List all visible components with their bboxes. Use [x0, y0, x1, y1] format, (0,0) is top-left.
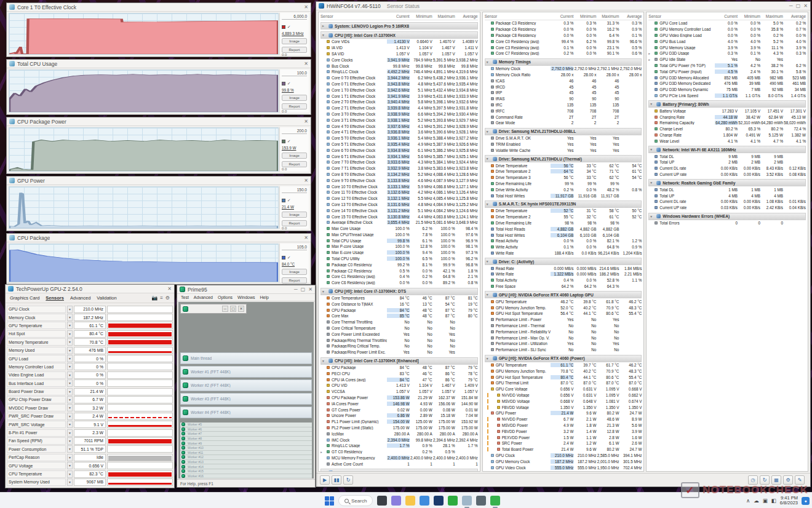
- sensor-row[interactable]: Core 2 T0 Effective Clock3,940.4 MHz5.8 …: [320, 99, 478, 105]
- sensor-row[interactable]: Core Critical TemperatureNoNoNo: [320, 325, 478, 331]
- sensor-row[interactable]: VCCSA1.057 V1.057 V1.057 V1.057 V: [320, 389, 478, 395]
- sensor-section-header[interactable]: ▾Windows Hardware Errors (WHEA): [648, 213, 806, 220]
- prime95-worker-window[interactable]: Worker #2 (FFT 448K): [180, 379, 312, 391]
- tray-icon[interactable]: ∧: [746, 498, 750, 504]
- gpuz-dropdown-icon[interactable]: ▼: [67, 413, 73, 420]
- gpuz-close-icon[interactable]: ✕: [167, 287, 172, 292]
- sensor-row[interactable]: tCAS464646: [485, 77, 642, 84]
- sensor-section-header[interactable]: ▸GPU [#1]: Intel(R) UHD Graphics: [320, 469, 478, 472]
- graph-report-button[interactable]: Report: [282, 220, 307, 226]
- sensor-row[interactable]: Core 7 T0 Effective Clock3,933.6 MHz4.3 …: [320, 159, 478, 165]
- sensor-row[interactable]: Drive Write Activity0.2 %0.0 %48.2 %0.8 …: [485, 186, 642, 192]
- sensor-row[interactable]: Core Max85 °C48 °C87 °C80 °C: [320, 313, 478, 319]
- sensor-row[interactable]: Core C1 Residency (avg)0.4 %0.2 %64.8 %2…: [320, 274, 478, 280]
- gpuz-tab-sensors[interactable]: Sensors: [46, 295, 64, 301]
- sensor-row[interactable]: Total UP2 MB2 MB2 MB: [648, 159, 806, 165]
- graph-report-button[interactable]: Report: [282, 277, 307, 284]
- legend-check-icon[interactable]: ✓: [287, 139, 290, 144]
- sensor-section-header[interactable]: ▾GPU [#0]: NVIDIA GeForce RTX 4060 Lapto…: [485, 291, 642, 298]
- sensor-row[interactable]: Total Board Power21.4 W9.6 W80.2 W24.7 W: [485, 446, 642, 453]
- gpuz-dropdown-icon[interactable]: ▼: [67, 371, 73, 379]
- graph-titlebar[interactable]: CPU Package Power✕: [7, 117, 311, 126]
- sensor-section-header[interactable]: ▾Drive: Samsung MZVL21T0HDLU-00BLL: [485, 128, 642, 135]
- prime95-worker-window-min[interactable]: Worker #8: [180, 437, 312, 442]
- column-header-minimum[interactable]: Minimum: [738, 14, 760, 18]
- sensor-row[interactable]: Ring/LLC Usage1.7 %0.9 %28.1 %1.7 %: [320, 443, 478, 449]
- sensor-section-header[interactable]: ▾CPU [#0]: Intel Core i7-13700HX [Enhanc…: [320, 357, 478, 365]
- sensor-row[interactable]: tRFC708708708: [485, 108, 642, 114]
- sensor-row[interactable]: tRC135135135: [485, 102, 642, 108]
- sensor-row[interactable]: MCU Memory Frequency2,400.0 MHz2,400.0 M…: [320, 455, 478, 461]
- sensor-row[interactable]: Core 1 T0 Effective Clock3,942.6 MHz5.1 …: [320, 87, 478, 93]
- sensor-row[interactable]: Package C3 Residency0.3 %0.3 %31.3 %0.3 …: [485, 20, 642, 26]
- collapse-arrow-icon[interactable]: ▾: [487, 293, 491, 296]
- prime95-worker-window[interactable]: Main thread: [180, 352, 312, 364]
- graph-titlebar[interactable]: Core 1 T0 Effective Clock✕: [7, 3, 311, 12]
- sensor-row[interactable]: Current DL rate0.00 KB/s0.00 KB/s1.08 KB…: [648, 199, 806, 205]
- menu-options[interactable]: Options: [218, 295, 233, 300]
- sensor-row[interactable]: NVVDD Voltage0.656 V0.631 V1.095 V0.662 …: [485, 392, 642, 399]
- graph-titlebar[interactable]: CPU Package✕: [7, 234, 311, 242]
- menu-help[interactable]: Help: [260, 295, 269, 300]
- tray-icon[interactable]: ☁: [754, 498, 759, 504]
- collapse-arrow-icon[interactable]: ▾: [322, 33, 327, 37]
- sensor-row[interactable]: FBVDD Power3.2 W1.4 W12.8 W3.9 W: [485, 428, 642, 434]
- tray-icon[interactable]: ◧: [771, 498, 776, 504]
- sensor-row[interactable]: Core 3 T1 Effective Clock3,938.1 MHz5.2 …: [320, 117, 478, 123]
- prime95-worker-window-min[interactable]: Worker #15: [180, 469, 312, 474]
- sensor-row[interactable]: GPU D3D Memory Dedicated476 MB39 MB490 M…: [648, 81, 806, 87]
- sensor-row[interactable]: SA VID1.057 V1.057 V1.057 V1.057 V: [320, 51, 478, 57]
- sensor-section-header[interactable]: ▾Drive: Samsung MZVL21T0HDLU (Thermal): [485, 155, 642, 162]
- start-button[interactable]: [325, 496, 334, 506]
- close-icon[interactable]: ✕: [304, 5, 308, 10]
- sensor-section-header[interactable]: ▾Network: Intel Wi-Fi 6E AX211 160MHz: [648, 146, 806, 153]
- sensor-row[interactable]: Drive Temperature 264 °C34 °C71 °C61 °C: [485, 169, 642, 175]
- legend-check-icon[interactable]: ✓: [287, 255, 290, 260]
- explorer-icon[interactable]: [405, 496, 415, 506]
- sensor-row[interactable]: Max P-core Usage100.0 %12.8 %100.0 %98.1…: [320, 244, 478, 250]
- minimize-icon[interactable]: ─: [789, 4, 793, 9]
- sensor-row[interactable]: Command Rate2T2T2T: [485, 114, 642, 120]
- column-header-maximum[interactable]: Maximum: [432, 14, 455, 18]
- prime95-worker-window-min[interactable]: Worker #14: [180, 464, 312, 469]
- prime95-minimized-child[interactable]: ─ ▢ ✕: [180, 304, 247, 314]
- graph-titlebar[interactable]: Total CPU Usage✕: [7, 60, 311, 68]
- sensor-row[interactable]: tRAS909090: [485, 96, 642, 102]
- prime95-titlebar[interactable]: Prime95 ─▢✕: [177, 285, 315, 294]
- prime95-worker-window-min[interactable]: Worker #10: [180, 446, 312, 451]
- sensor-row[interactable]: Active Core Count1111: [320, 461, 478, 467]
- sensor-row[interactable]: Performance Limit - UtilizationYesNoYes: [485, 341, 642, 347]
- gpuz-tool-icon[interactable]: ≡: [160, 295, 163, 301]
- sensor-row[interactable]: Performance Limit - Max Op. V.NoNoNo: [485, 335, 642, 341]
- collapse-arrow-icon[interactable]: ▸: [322, 24, 327, 28]
- sensor-section-header[interactable]: ▾CPU [#0]: Intel Core i7-13700HX: [320, 31, 478, 39]
- sensor-row[interactable]: GPU D3D Memory Dynamic75 MB7 MB92 MB34 M…: [648, 87, 806, 93]
- sensor-row[interactable]: CPU Package84 °C48 °C87 °C79 °C: [320, 307, 478, 313]
- close-icon[interactable]: ✕: [304, 236, 308, 240]
- sensor-row[interactable]: Write Activity0.1 %0.0 %64.8 %0.9 %: [485, 244, 642, 250]
- gpuz-dropdown-icon[interactable]: ▼: [67, 347, 73, 354]
- sensor-row[interactable]: Core 13 T0 Effective Clock3,131.6 MHz4.8…: [320, 202, 478, 208]
- sensor-row[interactable]: GPU Bus Load4.0 %4.0 %5.2 %4.0 %: [648, 38, 806, 44]
- sensor-row[interactable]: Core 15 T0 Effective Clock3,130.8 MHz4.4…: [320, 213, 478, 220]
- sensor-row[interactable]: GPU PCIe Link Speed1.1 GT/s1.1 GT/s8.0 G…: [648, 93, 806, 99]
- sensor-row[interactable]: tRCD454545: [485, 84, 642, 90]
- sensor-row[interactable]: PEXVDD Power1.5 W1.1 W2.8 W1.6 W: [485, 434, 642, 440]
- sensor-row[interactable]: GPU Core Voltage0.656 V0.631 V1.095 V0.6…: [485, 386, 642, 392]
- sensor-row[interactable]: Charging Rate44.18 W38.42 W62.84 W45.13 …: [648, 114, 806, 120]
- sensor-row[interactable]: GPU Core Load0.0 %0.0 %5.0 %0.2 %: [648, 20, 806, 26]
- sensor-row[interactable]: Core 4 T1 Effective Clock3,936.8 MHz3.6 …: [320, 129, 478, 135]
- collapse-arrow-icon[interactable]: ▾: [322, 359, 327, 363]
- sensor-row[interactable]: Bus Clock99.8 MHz99.8 MHz99.8 MHz99.8 MH…: [320, 63, 478, 69]
- sensor-row[interactable]: Drive Temperature 356 °C33 °C62 °C54 °C: [485, 175, 642, 181]
- sensor-row[interactable]: Core C3 Residency (avg)0.1 %0.0 %23.1 %0…: [485, 44, 642, 50]
- sensor-row[interactable]: Core Power Limit ExceededYesNoYes: [320, 331, 478, 337]
- sensor-row[interactable]: Write Rate188.4 KB/s0.0 KB/s96,214 KB/s1…: [485, 250, 642, 256]
- sensor-section-header[interactable]: ▾Battery [Primary]: 80Wh: [648, 100, 806, 108]
- sensor-row[interactable]: IA VID1.413 V1.104 V1.467 V1.411 V: [320, 45, 478, 51]
- sensor-row[interactable]: ▸GT C0 Residency0.2 %0.5 %: [320, 449, 478, 455]
- gpuz-tab-validation[interactable]: Validation: [97, 295, 116, 301]
- sensor-row[interactable]: Core Distance to TjMAX16 °C13 °C54 °C19 …: [320, 301, 478, 307]
- sensor-row[interactable]: Package C0 Residency99.2 %8.1 %99.9 %96.…: [320, 261, 478, 268]
- prime95-worker-window[interactable]: Worker #1 (FFT 448K): [180, 366, 312, 378]
